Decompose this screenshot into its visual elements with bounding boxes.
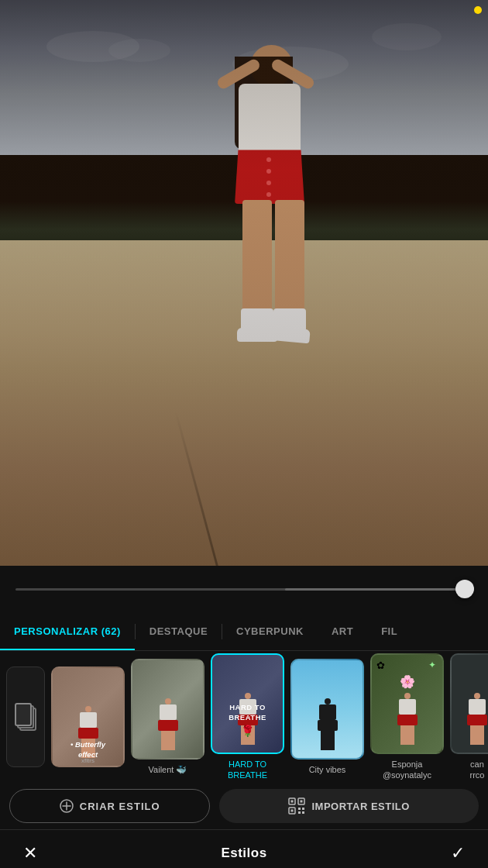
action-buttons-row: CRIAR ESTILO IMPORTAR ESTILO (0, 783, 488, 829)
vailent-label: Vailent 🐳 (149, 764, 187, 775)
filter-item-stacked[interactable] (6, 666, 45, 767)
importar-label: IMPORTAR ESTILO (311, 801, 409, 812)
close-button[interactable]: ✕ (23, 843, 37, 863)
filter-item-esponja[interactable]: ✿ ✦ 🌸 Esponja@soynatalyc (370, 653, 444, 781)
svg-rect-13 (302, 811, 304, 814)
filter-item-vailent[interactable]: Vailent 🐳 (131, 659, 204, 775)
mini-person-can (467, 693, 487, 745)
filter-strength-track[interactable] (15, 588, 465, 591)
plus-circle-icon (60, 799, 74, 813)
butterfly-sub-label: xfltrs (53, 757, 123, 764)
tab-personalizar[interactable]: PERSONALIZAR (62) (0, 612, 135, 650)
city-label: City vibes (309, 764, 346, 775)
can-label: canrrco (470, 759, 485, 781)
mini-person-esponja (397, 693, 418, 745)
criar-estilo-button[interactable]: CRIAR ESTILO (9, 789, 210, 823)
filter-can-thumb (450, 653, 488, 754)
mini-person-vailent (158, 698, 178, 750)
filter-city-thumb (290, 659, 364, 760)
filter-tabs-row: PERSONALIZAR (62) DESTAQUE CYBERPUNK ART… (0, 612, 488, 651)
bottom-nav-row: ✕ Estilos ✓ (0, 829, 488, 868)
slider-thumb[interactable] (455, 580, 474, 598)
photo-area (0, 0, 488, 566)
filter-hard-thumb: HARD TOBREATHE 🌹 (211, 653, 284, 754)
svg-rect-7 (301, 801, 303, 803)
esponja-face: 🌸 (400, 674, 415, 689)
filter-item-butterfly[interactable]: • Butterflyeffect xfltrs (51, 666, 125, 767)
svg-rect-10 (298, 808, 301, 810)
svg-rect-8 (291, 810, 294, 812)
bottom-nav-title: Estilos (221, 846, 266, 861)
stacked-icon (15, 703, 36, 731)
controls-area: PERSONALIZAR (62) DESTAQUE CYBERPUNK ART… (0, 566, 488, 868)
esponja-deco-2: ✦ (428, 660, 436, 670)
qr-code-icon (288, 797, 305, 815)
filter-butterfly-thumb: • Butterflyeffect xfltrs (51, 666, 125, 767)
criar-label: CRIAR ESTILO (80, 801, 160, 812)
slider-row (0, 566, 488, 612)
svg-rect-12 (298, 811, 301, 814)
filters-row: • Butterflyeffect xfltrs Vailent 🐳 (0, 651, 488, 783)
hard-emoji: 🌹 (212, 725, 283, 737)
filter-esponja-thumb: ✿ ✦ 🌸 (370, 653, 444, 754)
filter-item-hard[interactable]: HARD TOBREATHE 🌹 HARD TOBREATHE (211, 653, 284, 781)
svg-rect-6 (291, 801, 294, 803)
tab-art[interactable]: ART (318, 612, 367, 650)
photo-color-overlay (0, 0, 488, 566)
filter-stacked-thumb (6, 666, 45, 767)
filter-vailent-thumb (131, 659, 204, 760)
hard-label: HARD TOBREATHE (228, 759, 267, 781)
slider-fill (285, 588, 465, 591)
filter-item-can[interactable]: canrrco (450, 653, 488, 781)
tab-cyberpunk[interactable]: CYBERPUNK (222, 612, 318, 650)
notification-dot (474, 6, 482, 14)
esponja-deco-1: ✿ (376, 660, 385, 671)
esponja-label: Esponja@soynatalyc (383, 759, 431, 781)
tab-destaque[interactable]: DESTAQUE (136, 612, 222, 650)
confirm-button[interactable]: ✓ (451, 843, 465, 863)
filter-item-city[interactable]: City vibes (290, 659, 364, 775)
hard-active-text: HARD TOBREATHE (212, 702, 283, 723)
svg-rect-11 (302, 808, 304, 810)
tab-fil[interactable]: FIL (367, 612, 411, 650)
importar-estilo-button[interactable]: IMPORTAR ESTILO (219, 789, 479, 823)
mini-person-city (318, 698, 338, 750)
